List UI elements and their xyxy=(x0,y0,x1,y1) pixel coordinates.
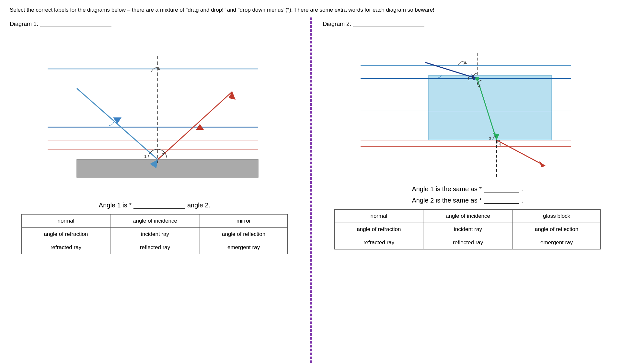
table-row: refracted ray reflected ray emergent ray xyxy=(334,236,600,249)
instructions-text: Select the correct labels for the diagra… xyxy=(0,0,603,17)
diagram1-svg: 1 2 xyxy=(44,30,265,198)
svg-text:3: 3 xyxy=(489,136,491,141)
svg-text:1: 1 xyxy=(144,154,147,159)
angle1-d2-suffix: . xyxy=(521,185,523,193)
diagram2-angle1-blank[interactable] xyxy=(484,185,519,193)
diagram2-svg-container: 1 2 3 4 xyxy=(323,30,612,182)
diagram2-angle1-statement: Angle 1 is the same as * . xyxy=(323,185,612,193)
angle1-prefix: Angle 1 is * xyxy=(99,202,132,209)
word-cell[interactable]: angle of reflection xyxy=(200,227,287,241)
word-cell[interactable]: normal xyxy=(334,209,423,223)
diagram2-title-input[interactable] xyxy=(353,21,424,27)
svg-point-26 xyxy=(475,77,479,81)
svg-text:2: 2 xyxy=(478,83,480,88)
diagram2-angle2-blank[interactable] xyxy=(484,197,519,204)
table-row: angle of refraction incident ray angle o… xyxy=(21,227,287,241)
word-cell[interactable]: refracted ray xyxy=(21,241,110,254)
word-cell[interactable]: incident ray xyxy=(110,227,200,241)
svg-marker-34 xyxy=(463,61,467,64)
svg-rect-4 xyxy=(77,160,258,177)
word-cell[interactable]: emergent ray xyxy=(513,236,600,249)
svg-text:2: 2 xyxy=(162,152,164,157)
angle2-d2-suffix: . xyxy=(521,197,523,204)
word-cell[interactable]: angle of incidence xyxy=(423,209,513,223)
table-row: angle of refraction incident ray angle o… xyxy=(334,223,600,236)
svg-text:1: 1 xyxy=(467,76,470,81)
svg-line-9 xyxy=(158,92,232,160)
diagram1-angle-statement: Angle 1 is * angle 2. xyxy=(10,202,299,209)
diagram2-panel: Diagram 2: xyxy=(313,17,622,364)
angle2-d2-prefix: Angle 2 is the same as * xyxy=(412,197,482,204)
diagram2-word-table: normal angle of incidence glass block an… xyxy=(334,209,601,249)
word-cell[interactable]: angle of incidence xyxy=(110,214,200,227)
word-cell[interactable]: mirror xyxy=(200,214,287,227)
svg-rect-16 xyxy=(429,75,552,140)
svg-marker-29 xyxy=(539,161,545,167)
svg-marker-10 xyxy=(228,92,236,100)
svg-text:4: 4 xyxy=(499,142,501,147)
word-cell[interactable]: reflected ray xyxy=(423,236,513,249)
angle1-suffix: angle 2. xyxy=(187,202,210,209)
table-row: normal angle of incidence glass block xyxy=(334,209,600,223)
diagram1-word-table: normal angle of incidence mirror angle o… xyxy=(21,214,288,254)
angle1-d2-prefix: Angle 1 is the same as * xyxy=(412,185,482,193)
diagram2-angle-statements: Angle 1 is the same as * . Angle 2 is th… xyxy=(323,185,612,204)
svg-line-28 xyxy=(497,140,545,166)
diagram1-angle-blank[interactable] xyxy=(133,202,185,209)
panel-divider xyxy=(309,17,313,364)
diagram1-svg-container: 1 2 xyxy=(10,30,299,198)
diagram2-svg: 1 2 3 4 xyxy=(357,30,578,182)
diagram2-angle2-statement: Angle 2 is the same as * . xyxy=(323,197,612,204)
word-cell[interactable]: angle of refraction xyxy=(334,223,423,236)
table-row: refracted ray reflected ray emergent ray xyxy=(21,241,287,254)
word-cell[interactable]: reflected ray xyxy=(110,241,200,254)
word-cell[interactable]: refracted ray xyxy=(334,236,423,249)
diagram1-title-input[interactable] xyxy=(40,21,111,27)
dashed-divider-line xyxy=(310,17,312,364)
table-row: normal angle of incidence mirror xyxy=(21,214,287,227)
diagram1-title: Diagram 1: xyxy=(10,21,38,28)
word-cell[interactable]: angle of refraction xyxy=(21,227,110,241)
diagram1-panel: Diagram 1: xyxy=(0,17,309,364)
word-cell[interactable]: emergent ray xyxy=(200,241,287,254)
word-cell[interactable]: glass block xyxy=(513,209,600,223)
word-cell[interactable]: normal xyxy=(21,214,110,227)
word-cell[interactable]: incident ray xyxy=(423,223,513,236)
diagram2-title: Diagram 2: xyxy=(323,21,351,28)
word-cell[interactable]: angle of reflection xyxy=(513,223,600,236)
